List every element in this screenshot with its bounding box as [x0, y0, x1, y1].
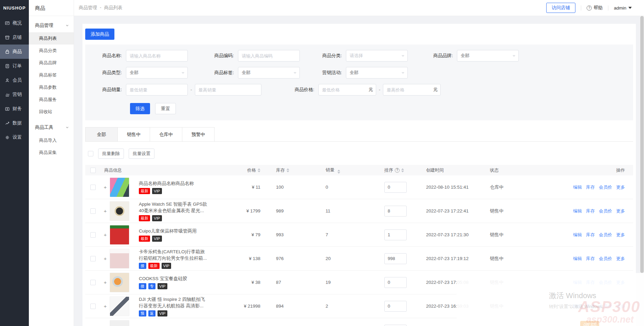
- batch-set-button[interactable]: 批量设置: [129, 149, 154, 159]
- expand-toggle[interactable]: +: [101, 279, 110, 285]
- product-name[interactable]: Apple Watch SE 智能手表 GPS款: [139, 201, 240, 207]
- edit-link[interactable]: 编辑: [573, 232, 582, 238]
- product-name[interactable]: COOKSS 宝宝餐盘硅胶: [139, 275, 240, 282]
- edit-link[interactable]: 编辑: [573, 256, 582, 262]
- filter-submit-button[interactable]: 筛选: [130, 103, 150, 114]
- min-sales-input[interactable]: [126, 84, 188, 96]
- row-checkbox[interactable]: [90, 280, 96, 285]
- goods-category-select[interactable]: 请选择: [346, 50, 408, 62]
- sort-input[interactable]: [384, 229, 407, 240]
- goods-tag-select[interactable]: 全部: [238, 67, 300, 79]
- row-checkbox[interactable]: [90, 208, 96, 214]
- badge-pickup: 接: [139, 263, 146, 269]
- submenu-item-goods-brand[interactable]: 商品品牌: [29, 57, 74, 69]
- expand-toggle[interactable]: +: [101, 208, 110, 214]
- submenu-group-goods-tools[interactable]: 商品工具: [29, 121, 74, 134]
- submenu-item-goods-tag[interactable]: 商品标签: [29, 69, 74, 81]
- question-circle-icon[interactable]: ?: [395, 168, 400, 173]
- goods-type-select[interactable]: 全部: [126, 67, 188, 79]
- submenu-item-goods-service[interactable]: 商品服务: [29, 93, 74, 106]
- submenu-item-goods-params[interactable]: 商品参数: [29, 81, 74, 93]
- chevron-down-icon: [401, 71, 405, 74]
- sort-input[interactable]: [384, 253, 407, 264]
- product-name[interactable]: 卡帝乐鳄鱼(CARTELO)行李箱旅: [139, 248, 240, 255]
- member-price-link[interactable]: 会员价: [599, 208, 612, 214]
- product-name-line2[interactable]: 行器变形无人机航拍器 高清影...: [139, 303, 240, 309]
- sort-input[interactable]: [384, 277, 407, 288]
- submenu-item-goods-category[interactable]: 商品分类: [29, 45, 74, 57]
- sidebar-item-orders[interactable]: 订单: [0, 59, 29, 73]
- sidebar-item-label: 订单: [13, 63, 22, 69]
- goods-brand-select[interactable]: 全部: [457, 50, 519, 62]
- more-link[interactable]: 更多: [616, 232, 625, 238]
- edit-link[interactable]: 编辑: [573, 184, 582, 190]
- user-menu[interactable]: admin: [614, 5, 632, 11]
- min-price-input[interactable]: [318, 84, 376, 96]
- product-name-line2[interactable]: 行箱铝框万向轮男女学生拉杆箱...: [139, 255, 240, 261]
- marketing-activity-select[interactable]: 全部: [346, 67, 408, 79]
- sort-input[interactable]: [384, 325, 407, 326]
- add-goods-button[interactable]: 添加商品: [85, 29, 114, 40]
- expand-toggle[interactable]: +: [101, 303, 110, 309]
- expand-toggle[interactable]: +: [101, 232, 110, 238]
- submenu-item-goods-list[interactable]: 商品列表: [29, 32, 74, 45]
- expand-toggle[interactable]: +: [101, 184, 110, 190]
- row-checkbox[interactable]: [90, 185, 96, 190]
- breadcrumb-parent[interactable]: 商品管理: [79, 5, 97, 11]
- submenu-item-recycle-bin[interactable]: 回收站: [29, 106, 74, 118]
- tab-on-sale[interactable]: 销售中: [117, 127, 150, 141]
- row-checkbox[interactable]: [90, 232, 96, 238]
- member-price-link[interactable]: 会员价: [599, 256, 612, 262]
- help-button[interactable]: ? 帮助: [587, 5, 603, 11]
- sort-toggle-icon[interactable]: [258, 168, 260, 172]
- select-all-checkbox[interactable]: [88, 151, 93, 156]
- sort-toggle-icon[interactable]: [401, 168, 404, 172]
- batch-delete-button[interactable]: 批量删除: [98, 149, 124, 159]
- more-link[interactable]: 更多: [616, 208, 625, 214]
- row-checkbox[interactable]: [90, 304, 96, 309]
- stock-link[interactable]: 库存: [586, 184, 595, 190]
- sidebar-item-overview[interactable]: 概况: [0, 16, 29, 30]
- submenu-item-goods-collect[interactable]: 商品采集: [29, 147, 74, 159]
- product-name[interactable]: DJI 大疆 悟 Inspire 2 四轴航拍飞: [139, 296, 240, 303]
- goods-name-input[interactable]: [126, 50, 188, 62]
- header-checkbox[interactable]: [90, 168, 96, 173]
- tab-all[interactable]: 全部: [85, 127, 118, 141]
- edit-link[interactable]: 编辑: [573, 208, 582, 214]
- stock-link[interactable]: 库存: [586, 232, 595, 238]
- more-link[interactable]: 更多: [616, 184, 625, 190]
- member-price-link[interactable]: 会员价: [599, 184, 612, 190]
- max-price-input[interactable]: [383, 84, 441, 96]
- goods-code-input[interactable]: [238, 50, 300, 62]
- product-name[interactable]: 商品名称商品名称商品名称: [139, 180, 240, 187]
- topbar-right: 访问店铺 ? 帮助 admin: [546, 3, 632, 13]
- product-name-line2[interactable]: 40毫米米金色铝金属表壳 星光...: [139, 207, 240, 214]
- sidebar-item-goods[interactable]: 商品: [0, 45, 29, 59]
- filter-reset-button[interactable]: 重置: [155, 103, 176, 114]
- submenu-group-goods-manage[interactable]: 商品管理: [29, 19, 74, 32]
- sidebar-item-settings[interactable]: 设置: [0, 130, 29, 144]
- stock-link[interactable]: 库存: [586, 256, 595, 262]
- expand-toggle[interactable]: +: [101, 256, 110, 261]
- row-checkbox[interactable]: [90, 256, 96, 261]
- sidebar-item-data[interactable]: 数据: [0, 116, 29, 130]
- sort-input[interactable]: [384, 301, 407, 312]
- sidebar-item-finance[interactable]: 财务: [0, 102, 29, 116]
- sidebar-item-shop[interactable]: 店铺: [0, 30, 29, 45]
- sort-input[interactable]: [384, 206, 407, 217]
- scrollbar-thumb[interactable]: [640, 16, 644, 273]
- more-link[interactable]: 更多: [616, 256, 625, 262]
- sidebar-item-members[interactable]: 会员: [0, 73, 29, 87]
- sort-toggle-icon[interactable]: [337, 170, 340, 174]
- sort-toggle-icon[interactable]: [287, 168, 289, 172]
- sort-input[interactable]: [384, 182, 407, 193]
- product-name[interactable]: Cuipo儿童保温杯带吸管两用: [139, 228, 240, 234]
- tab-in-stock[interactable]: 仓库中: [150, 127, 182, 141]
- sidebar-item-marketing[interactable]: 营销: [0, 87, 29, 102]
- visit-shop-button[interactable]: 访问店铺: [546, 3, 575, 13]
- tab-warning[interactable]: 预警中: [182, 127, 215, 141]
- max-sales-input[interactable]: [195, 84, 261, 96]
- submenu-item-goods-import[interactable]: 商品导入: [29, 134, 74, 147]
- stock-link[interactable]: 库存: [586, 208, 595, 214]
- member-price-link[interactable]: 会员价: [599, 232, 612, 238]
